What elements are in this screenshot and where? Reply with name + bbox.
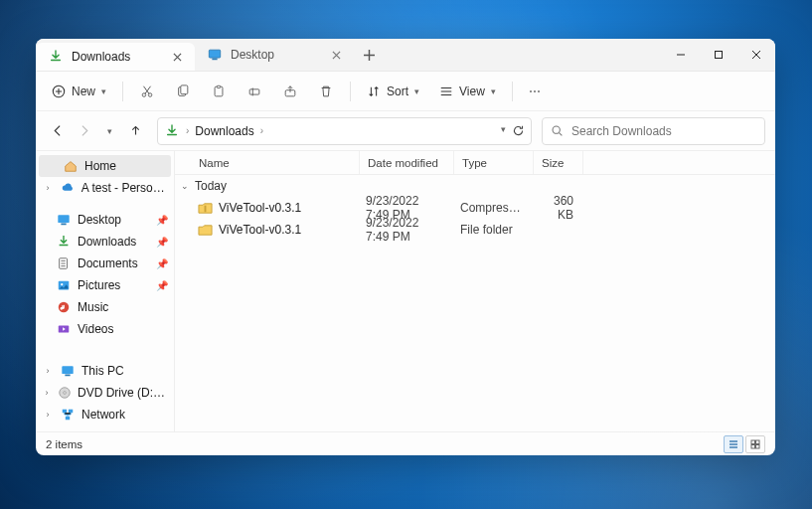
col-size[interactable]: Size [534, 151, 583, 174]
chevron-down-icon: ▾ [491, 86, 496, 96]
view-button[interactable]: View ▾ [431, 78, 504, 105]
pin-icon[interactable]: 📌 [156, 215, 168, 226]
svg-rect-26 [66, 417, 70, 421]
download-icon [164, 123, 180, 139]
file-date: 9/23/2022 7:49 PM [358, 216, 452, 244]
share-button[interactable] [274, 78, 306, 105]
tab-desktop[interactable]: Desktop [195, 39, 354, 71]
chevron-right-icon[interactable]: › [42, 183, 54, 193]
more-button[interactable]: ⋯ [521, 78, 549, 105]
svg-rect-27 [204, 205, 206, 212]
list-item[interactable]: ViVeTool-v0.3.1 9/23/2022 7:49 PM Compre… [175, 197, 775, 219]
chevron-down-icon: ▾ [101, 86, 106, 96]
sidebar-item-personal[interactable]: › A test - Personal [36, 177, 174, 199]
toolbar: New ▾ Sort ▾ View ▾ ⋯ [36, 72, 775, 111]
col-date[interactable]: Date modified [360, 151, 454, 174]
pc-icon [60, 363, 76, 379]
file-name: ViVeTool-v0.3.1 [219, 223, 301, 237]
file-type: File folder [452, 223, 532, 237]
col-name[interactable]: Name [191, 151, 360, 174]
paste-button[interactable] [203, 78, 235, 105]
new-icon [52, 85, 66, 98]
col-type[interactable]: Type [454, 151, 534, 174]
disc-icon [58, 385, 72, 401]
recent-button[interactable]: ▾ [97, 119, 121, 143]
search-box[interactable] [542, 117, 765, 145]
minimize-button[interactable] [662, 39, 700, 71]
chevron-right-icon[interactable]: › [42, 388, 52, 398]
delete-button[interactable] [310, 78, 342, 105]
status-bar: 2 items [36, 431, 775, 455]
cut-button[interactable] [131, 78, 163, 105]
titlebar: Downloads Desktop [36, 39, 775, 72]
zip-icon [197, 200, 213, 216]
svg-rect-13 [58, 215, 69, 223]
svg-rect-28 [751, 440, 755, 444]
svg-rect-2 [716, 52, 723, 59]
desktop-icon [56, 212, 72, 228]
body: Home › A test - Personal Desktop 📌 Downl… [36, 151, 775, 431]
copy-button[interactable] [167, 78, 199, 105]
column-headers: Name Date modified Type Size [175, 151, 775, 175]
sidebar-item-pictures[interactable]: Pictures 📌 [36, 274, 174, 296]
music-icon [56, 299, 72, 315]
new-tab-button[interactable] [354, 39, 384, 71]
maximize-button[interactable] [700, 39, 737, 71]
svg-rect-24 [63, 410, 67, 414]
chevron-down-icon[interactable]: ⌄ [181, 181, 189, 191]
pictures-icon [56, 277, 72, 293]
search-input[interactable] [571, 124, 756, 138]
close-tab-button[interactable] [169, 49, 185, 65]
download-icon [56, 234, 72, 250]
tab-label: Downloads [72, 50, 161, 64]
window-controls [662, 39, 775, 71]
pin-icon[interactable]: 📌 [156, 280, 168, 291]
chevron-right-icon[interactable]: › [42, 366, 54, 376]
tab-label: Desktop [231, 48, 320, 62]
sidebar-item-desktop[interactable]: Desktop 📌 [36, 209, 174, 231]
svg-rect-14 [61, 224, 66, 226]
thumbnails-view-button[interactable] [745, 435, 765, 453]
svg-rect-21 [65, 375, 70, 377]
network-icon [60, 407, 76, 423]
list-item[interactable]: ViVeTool-v0.3.1 9/23/2022 7:49 PM File f… [175, 219, 775, 241]
forward-button[interactable] [72, 119, 95, 143]
sort-button[interactable]: Sort ▾ [359, 78, 427, 105]
svg-point-12 [553, 126, 560, 133]
folder-icon [197, 222, 213, 238]
close-window-button[interactable] [737, 39, 775, 71]
sidebar-item-documents[interactable]: Documents 📌 [36, 253, 174, 274]
sidebar-item-downloads[interactable]: Downloads 📌 [36, 231, 174, 253]
svg-rect-0 [209, 50, 220, 58]
sidebar-item-dvd[interactable]: › DVD Drive (D:) CCC [36, 382, 174, 404]
details-view-button[interactable] [724, 435, 743, 453]
svg-rect-20 [62, 366, 73, 374]
sidebar-item-home[interactable]: Home [39, 155, 171, 177]
view-mode-buttons [724, 435, 765, 453]
tab-downloads[interactable]: Downloads [36, 43, 195, 71]
sidebar-item-videos[interactable]: Videos [36, 318, 174, 340]
back-button[interactable] [46, 119, 70, 143]
chevron-right-icon[interactable]: › [42, 410, 54, 420]
group-header-today[interactable]: ⌄ Today [175, 175, 775, 197]
pin-icon[interactable]: 📌 [156, 237, 168, 248]
new-button[interactable]: New ▾ [44, 78, 114, 105]
sidebar-item-thispc[interactable]: › This PC [36, 360, 174, 382]
svg-point-5 [148, 92, 152, 96]
file-size: 360 KB [532, 194, 581, 222]
file-type: Compressed (zipp... [452, 201, 532, 215]
view-icon [439, 85, 453, 98]
svg-rect-29 [756, 440, 760, 444]
breadcrumb-segment[interactable]: Downloads [195, 124, 253, 138]
rename-button[interactable] [239, 78, 270, 105]
sidebar-item-music[interactable]: Music [36, 296, 174, 318]
sidebar-item-network[interactable]: › Network [36, 404, 174, 425]
close-tab-button[interactable] [328, 47, 344, 63]
refresh-button[interactable] [512, 124, 525, 137]
up-button[interactable] [123, 119, 147, 143]
svg-point-23 [64, 392, 67, 395]
chevron-down-icon[interactable]: ▾ [501, 124, 506, 137]
pin-icon[interactable]: 📌 [156, 258, 168, 269]
address-bar[interactable]: › Downloads › ▾ [157, 117, 532, 145]
svg-rect-25 [69, 410, 73, 414]
